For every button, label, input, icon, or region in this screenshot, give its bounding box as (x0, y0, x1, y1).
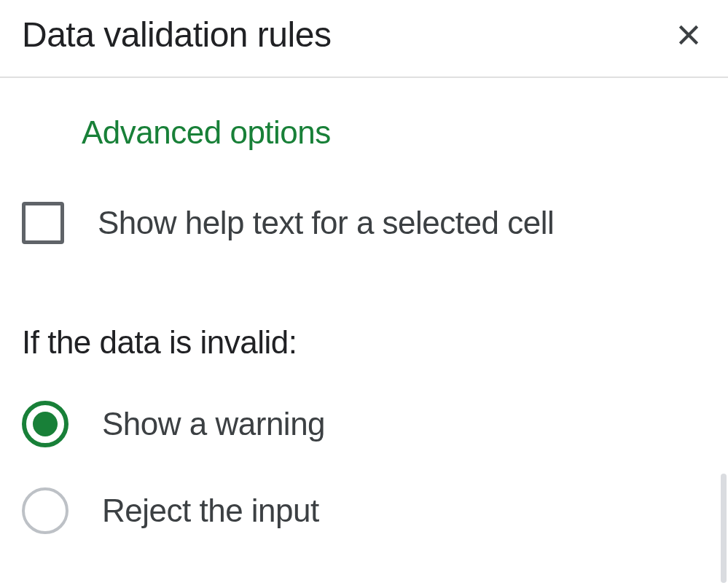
radio-reject-input[interactable]: Reject the input (22, 487, 706, 534)
radio-show-warning-label: Show a warning (102, 406, 325, 442)
radio-unselected-icon (22, 487, 69, 534)
panel-content: Advanced options Show help text for a se… (0, 78, 728, 588)
radio-selected-icon (22, 401, 69, 447)
close-icon (674, 20, 703, 50)
panel-header: Data validation rules (0, 0, 728, 78)
invalid-data-heading: If the data is invalid: (22, 324, 706, 361)
show-help-text-label: Show help text for a selected cell (98, 205, 554, 241)
panel-title: Data validation rules (22, 15, 331, 55)
radio-show-warning[interactable]: Show a warning (22, 401, 706, 447)
checkbox-unchecked-icon (22, 202, 64, 244)
advanced-options-heading: Advanced options (82, 114, 706, 151)
scrollbar[interactable] (721, 474, 727, 583)
show-help-text-option[interactable]: Show help text for a selected cell (22, 202, 706, 244)
close-button[interactable] (671, 17, 706, 52)
radio-reject-input-label: Reject the input (102, 493, 319, 529)
